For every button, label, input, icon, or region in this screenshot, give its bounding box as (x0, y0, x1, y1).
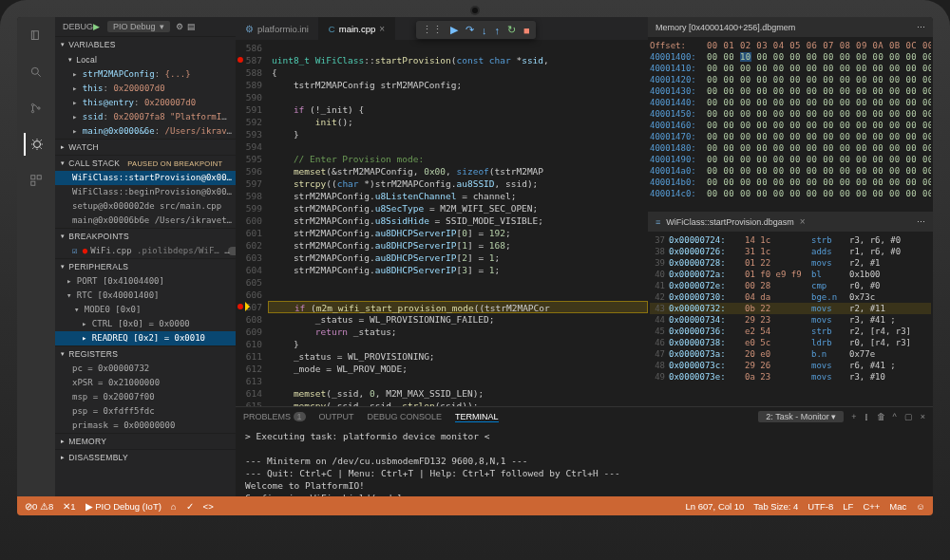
svg-point-1 (31, 67, 38, 74)
register-item[interactable]: msp = 0x20007f00 (55, 390, 236, 404)
code-editor[interactable]: 5865875885895905915925935945955965975985… (236, 40, 648, 406)
console-icon[interactable]: ▤ (187, 22, 196, 31)
memory-row: 40001490:00 00 00 00 00 00 00 00 00 00 0… (650, 154, 931, 165)
split-terminal-icon[interactable]: ⫿ (864, 412, 869, 421)
peripheral-item[interactable]: ▾ MODE0 [0x0] (55, 303, 236, 317)
svg-point-2 (31, 103, 33, 105)
asm-viewer[interactable]: 370x00000724:14 1cstrbr3, r6, #0380x0000… (648, 233, 933, 406)
status-item[interactable]: ✓ (186, 501, 194, 512)
layout-icon[interactable]: ▢ (904, 412, 913, 421)
memory-row: 40001400:00 00 10 00 00 00 00 00 00 00 0… (650, 51, 931, 63)
tab-terminal[interactable]: TERMINAL (455, 412, 499, 422)
peripheral-item[interactable]: ▾ RTC [0x40001400] (55, 289, 236, 303)
extensions-icon[interactable] (25, 169, 48, 192)
status-item[interactable]: C++ (863, 501, 880, 512)
gear-icon[interactable]: ⚙ (176, 22, 183, 31)
variable-item[interactable]: ▸ main@0x0000&6e: /Users/ikravets… (55, 124, 236, 139)
svg-rect-8 (31, 181, 35, 185)
editor-tab[interactable]: ⚙platformio.ini (236, 17, 319, 40)
memory-row: 40001430:00 00 00 00 00 00 00 00 00 00 0… (650, 85, 931, 97)
callstack-frame[interactable]: WiFiClass::beginProvision@0x000000… (55, 185, 236, 199)
variable-item[interactable]: ▸ strM2MAPConfig: {...} (55, 67, 236, 82)
step-into-icon[interactable]: ↓ (482, 25, 487, 36)
status-item[interactable]: UTF-8 (808, 501, 833, 512)
stop-icon[interactable]: ■ (523, 25, 530, 36)
memory-row: 40001440:00 00 00 00 00 00 00 00 00 00 0… (650, 97, 931, 108)
memory-row: 400014a0:00 00 00 00 00 00 00 00 00 00 0… (650, 165, 931, 177)
memory-row: 40001480:00 00 00 00 00 00 00 00 00 00 0… (650, 142, 931, 154)
peripheral-item[interactable]: ▸ PORT [0x41004400] (55, 274, 236, 289)
status-item[interactable]: ⌂ (171, 501, 177, 512)
maximize-icon[interactable]: ^ (893, 412, 897, 421)
right-panel: Memory [0x40001400+256].dbgmem⋯ Offset:0… (648, 17, 933, 406)
start-debug-icon[interactable]: ▶ (93, 22, 100, 31)
search-icon[interactable] (25, 61, 48, 84)
asm-row: 440x00000734:29 23movsr3, #41 ; (650, 314, 931, 326)
step-out-icon[interactable]: ↑ (495, 25, 501, 36)
register-item[interactable]: pc = 0x00000732 (55, 362, 236, 376)
asm-tab[interactable]: ≡WiFiClass::startProvision.dbgasm×⋯ (648, 212, 933, 233)
debug-config-dropdown[interactable]: PIO Debug ▾ (107, 21, 170, 32)
debug-label: DEBUG (63, 22, 93, 31)
status-item[interactable]: Mac (889, 501, 906, 512)
memory-tab[interactable]: Memory [0x40001400+256].dbgmem⋯ (648, 17, 933, 38)
peripheral-item[interactable]: ▸ CTRL [0x0] = 0x0000 (55, 317, 236, 331)
status-item[interactable]: <> (203, 501, 214, 512)
memory-viewer[interactable]: Offset:00 01 02 03 04 05 06 07 08 09 0A … (648, 38, 933, 212)
close-panel-icon[interactable]: × (921, 412, 925, 421)
variable-item[interactable]: ▸ this: 0x200007d0 (55, 82, 236, 96)
asm-row: 390x00000728:01 22movsr2, #1 (650, 257, 931, 269)
memory-row: 40001450:00 00 00 00 00 00 00 00 00 00 0… (650, 108, 931, 120)
restart-icon[interactable]: ↻ (507, 24, 516, 36)
variable-item[interactable]: ▸ ssid: 0x20007fa8 "PlatformIO-31… (55, 110, 236, 124)
section-callstack[interactable]: ▾Call StackPAUSED ON BREAKPOINT (55, 156, 236, 171)
scope-local[interactable]: ▾Local (55, 52, 236, 67)
callstack-frame[interactable]: setup@0x000002de src/main.cpp (55, 199, 236, 214)
asm-row: 490x0000073e:0a 23movsr3, #10 (650, 371, 931, 383)
debug-icon[interactable] (24, 133, 47, 156)
tab-debugconsole[interactable]: DEBUG CONSOLE (368, 412, 443, 421)
continue-icon[interactable]: ▶ (450, 24, 458, 36)
status-item[interactable]: ⊘0 ⚠8 (25, 501, 53, 512)
svg-rect-7 (37, 176, 41, 179)
status-bar: ⊘0 ⚠8✕1▶ PIO Debug (IoT)⌂✓<> Ln 607, Col… (17, 496, 933, 515)
register-item[interactable]: psp = 0xfdff5fdc (55, 404, 236, 419)
asm-row: 430x00000732:0b 22movsr2, #11 (650, 303, 931, 314)
explorer-icon[interactable] (25, 25, 48, 47)
register-item[interactable]: xPSR = 0x21000000 (55, 376, 236, 390)
terminal-selector[interactable]: 2: Task - Monitor ▾ (758, 411, 844, 422)
status-item[interactable]: ☺ (916, 501, 925, 512)
tab-problems[interactable]: PROBLEMS 1 (243, 412, 306, 421)
variable-item[interactable]: ▸ this@entry: 0x200007d0 (55, 96, 236, 110)
section-peripherals[interactable]: ▾Peripherals (55, 259, 236, 274)
register-item[interactable]: primask = 0x00000000 (55, 419, 236, 433)
section-registers[interactable]: ▾Registers (55, 346, 236, 362)
debug-sidebar: DEBUG ▶ PIO Debug ▾ ⚙ ▤ ▾Variables ▾Loca… (55, 17, 236, 515)
section-breakpoints[interactable]: ▾Breakpoints (55, 229, 236, 244)
breakpoint-item[interactable]: ☑ ●WiFi.cpp .piolibdeps/WiF… 588 (55, 244, 236, 258)
step-over-icon[interactable]: ↷ (466, 24, 474, 36)
section-memory[interactable]: ▸Memory (55, 434, 236, 449)
status-item[interactable]: Ln 607, Col 10 (686, 501, 745, 512)
scm-icon[interactable] (25, 97, 48, 120)
kill-terminal-icon[interactable]: 🗑 (877, 412, 885, 421)
debug-config-bar: DEBUG ▶ PIO Debug ▾ ⚙ ▤ (55, 17, 236, 36)
section-variables[interactable]: ▾Variables (55, 37, 236, 52)
drag-handle-icon[interactable]: ⋮⋮ (422, 24, 443, 36)
peripheral-item[interactable]: ▸ READREQ [0x2] = 0x0010 (55, 331, 236, 345)
asm-row: 480x0000073c:29 26movsr6, #41 ; (650, 360, 931, 371)
status-item[interactable]: ✕1 (63, 501, 75, 512)
section-disassembly[interactable]: ▸Disassembly (55, 450, 236, 465)
memory-row: 400014c0:00 00 00 00 00 00 00 00 00 00 0… (650, 188, 931, 199)
editor-tab[interactable]: Cmain.cpp× (319, 17, 395, 40)
svg-point-3 (31, 110, 33, 112)
svg-point-4 (38, 107, 40, 109)
status-item[interactable]: LF (843, 501, 853, 512)
section-watch[interactable]: ▸Watch (55, 140, 236, 155)
status-item[interactable]: ▶ PIO Debug (IoT) (86, 501, 162, 512)
callstack-frame[interactable]: main@0x00006b6e /Users/ikravets… (55, 214, 236, 228)
new-terminal-icon[interactable]: + (851, 412, 856, 421)
status-item[interactable]: Tab Size: 4 (753, 501, 798, 512)
tab-output[interactable]: OUTPUT (319, 412, 354, 421)
callstack-frame[interactable]: WiFiClass::startProvision@0x000000… (55, 171, 236, 185)
